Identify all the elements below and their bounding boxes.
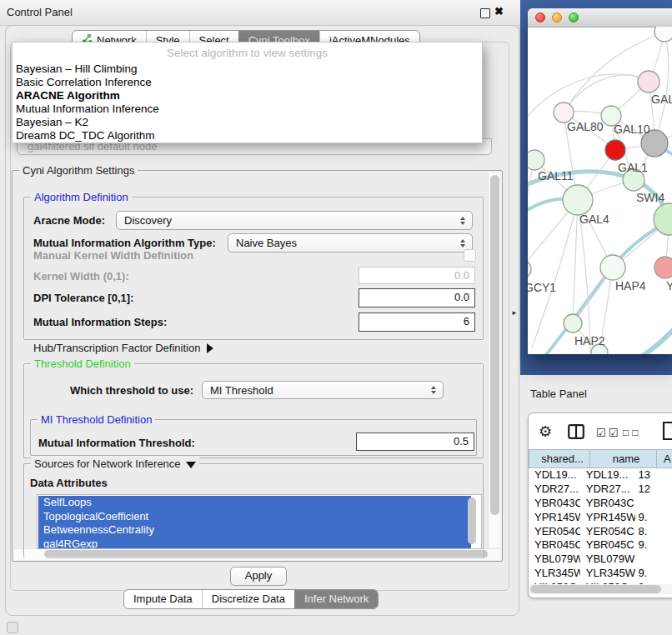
mi-threshold-field[interactable]: 0.5 bbox=[356, 432, 474, 451]
algorithm-menu-items: Bayesian – Hill ClimbingBasic Correlatio… bbox=[13, 62, 482, 142]
columns-icon[interactable] bbox=[568, 424, 584, 442]
table-cell bbox=[635, 497, 672, 511]
algorithm-definition-title: Algorithm Definition bbox=[31, 191, 132, 203]
algorithm-menu-item[interactable]: Mutual Information Inference bbox=[13, 102, 482, 116]
network-node[interactable] bbox=[654, 27, 672, 42]
threshold-definition-title: Threshold Definition bbox=[31, 358, 134, 370]
table-cell: 13 bbox=[635, 468, 672, 482]
network-node[interactable] bbox=[528, 150, 544, 170]
mi-steps-field[interactable]: 6 bbox=[359, 312, 475, 332]
manual-kernel-width-checkbox[interactable] bbox=[464, 249, 476, 262]
table-row[interactable]: YER054CYER054C8. bbox=[529, 525, 672, 539]
table-cell: YPR145W bbox=[580, 511, 636, 525]
network-view-window[interactable]: GALGAL80GAL10GAL1GAL11SWI4GAL4HAP4YGCY1H… bbox=[528, 8, 672, 354]
minimize-traffic-light-icon[interactable] bbox=[552, 12, 562, 22]
table-panel-window[interactable]: ⚙ ☑☑ □□ shared...nameA YDL19...YDL19...1… bbox=[528, 412, 672, 598]
zoom-traffic-light-icon[interactable] bbox=[569, 12, 579, 22]
tab-impute-data[interactable]: Impute Data bbox=[124, 590, 202, 608]
table-row[interactable]: YPR145WYPR145W9. bbox=[529, 511, 672, 525]
collapse-down-icon[interactable] bbox=[186, 462, 196, 468]
table-header-row[interactable]: shared...nameA bbox=[529, 449, 672, 468]
table-cell bbox=[635, 552, 672, 567]
table-header-cell[interactable]: shared... bbox=[529, 449, 590, 468]
table-header-cell[interactable]: name bbox=[590, 449, 657, 468]
hub-definition-section[interactable]: Hub/Transcription Factor Definition bbox=[33, 342, 213, 354]
aracne-mode-select[interactable]: Discovery bbox=[116, 211, 473, 230]
table-row[interactable]: YDR27...YDR27...12 bbox=[529, 482, 672, 497]
which-threshold-select[interactable]: MI Threshold bbox=[202, 381, 444, 399]
apply-button[interactable]: Apply bbox=[230, 567, 287, 586]
table-row[interactable]: YLR345WYLR345W9. bbox=[529, 567, 672, 581]
dpi-tolerance-field[interactable]: 0.0 bbox=[359, 288, 475, 308]
algorithm-menu-item[interactable]: Basic Correlation Inference bbox=[13, 76, 482, 89]
mi-algorithm-type-select[interactable]: Naive Bayes bbox=[228, 233, 473, 252]
settings-vertical-scrollbar[interactable] bbox=[488, 172, 500, 548]
attribute-list-item[interactable]: gal4RGexp bbox=[38, 538, 471, 550]
network-node-label: Y bbox=[666, 279, 672, 292]
table-cell: 8. bbox=[635, 525, 672, 539]
algorithm-dropdown-menu[interactable]: Select algorithm to view settings Bayesi… bbox=[12, 42, 483, 143]
algorithm-menu-item[interactable]: ARACNE Algorithm bbox=[13, 89, 482, 102]
float-window-button[interactable] bbox=[480, 8, 490, 18]
network-canvas[interactable]: GALGAL80GAL10GAL1GAL11SWI4GAL4HAP4YGCY1H… bbox=[528, 27, 672, 354]
network-node-label: GAL11 bbox=[538, 169, 574, 182]
document-icon[interactable] bbox=[662, 421, 672, 444]
gear-icon[interactable]: ⚙ bbox=[539, 422, 552, 441]
close-panel-button[interactable]: ✖ bbox=[494, 5, 504, 18]
tab-discretize-data[interactable]: Discretize Data bbox=[202, 590, 294, 608]
mi-steps-label: Mutual Information Steps: bbox=[33, 316, 167, 328]
which-threshold-value: MI Threshold bbox=[203, 384, 427, 397]
mi-threshold-label: Mutual Information Threshold: bbox=[38, 437, 195, 449]
attributes-scrollbar-thumb[interactable] bbox=[468, 498, 476, 544]
select-all-checkboxes-icon[interactable]: ☑☑ bbox=[596, 427, 620, 439]
network-node[interactable] bbox=[528, 259, 531, 279]
table-cell: YLR345W bbox=[580, 567, 636, 581]
combo-stepper-icon bbox=[427, 386, 443, 394]
kernel-width-label: Kernel Width (0,1): bbox=[33, 270, 129, 282]
close-traffic-light-icon[interactable] bbox=[535, 12, 545, 22]
tab-impute-data-label: Impute Data bbox=[133, 592, 193, 605]
table-row[interactable]: YBR045CYBR045C9. bbox=[529, 538, 672, 552]
table-body[interactable]: YDL19...YDL19...13YDR27...YDR27...12YBR0… bbox=[529, 468, 672, 587]
algorithm-menu-item[interactable]: Bayesian – K2 bbox=[13, 116, 482, 129]
network-node-label: GAL bbox=[651, 92, 672, 106]
sources-group-title[interactable]: Sources for Network Inference bbox=[31, 458, 199, 470]
network-node[interactable] bbox=[605, 140, 625, 160]
algorithm-menu-item[interactable]: Bayesian – Hill Climbing bbox=[13, 62, 482, 76]
table-scrollbar-thumb[interactable] bbox=[530, 585, 661, 593]
table-cell: 9. bbox=[635, 567, 672, 581]
data-attributes-label: Data Attributes bbox=[30, 477, 108, 489]
attribute-list-item[interactable]: BetweennessCentrality bbox=[38, 523, 471, 538]
collapsed-panel-icon[interactable] bbox=[7, 622, 18, 633]
network-window-titlebar[interactable] bbox=[528, 8, 672, 28]
network-node-label: SWI4 bbox=[636, 191, 664, 204]
tab-infer-network[interactable]: Infer Network bbox=[294, 590, 378, 608]
kernel-width-field[interactable]: 0.0 bbox=[359, 267, 475, 284]
network-node[interactable] bbox=[654, 257, 672, 278]
table-horizontal-scrollbar[interactable] bbox=[529, 584, 672, 594]
network-node[interactable] bbox=[600, 255, 625, 280]
table-cell: YER054C bbox=[580, 525, 636, 539]
collapse-right-icon[interactable] bbox=[207, 343, 213, 353]
deselect-all-checkboxes-icon[interactable]: □□ bbox=[623, 427, 642, 438]
attribute-list-item[interactable]: SelfLoops bbox=[38, 496, 471, 510]
table-row[interactable]: YDL19...YDL19...13 bbox=[529, 468, 672, 482]
tab-discretize-data-label: Discretize Data bbox=[212, 592, 285, 605]
table-cell: YDL19... bbox=[529, 468, 580, 482]
settings-vscrollbar-thumb[interactable] bbox=[490, 175, 499, 515]
control-panel-titlebar[interactable]: Control Panel ✖ bbox=[0, 0, 520, 26]
attribute-list-item[interactable]: TopologicalCoefficient bbox=[38, 510, 471, 524]
hub-definition-label: Hub/Transcription Factor Definition bbox=[33, 342, 200, 354]
table-cell: YPR145W bbox=[529, 511, 580, 525]
table-row[interactable]: YBR043CYBR043C bbox=[529, 497, 672, 511]
table-header-cell[interactable]: A bbox=[657, 449, 672, 468]
algorithm-menu-item[interactable]: Dream8 DC_TDC Algorithm bbox=[13, 129, 482, 142]
network-node[interactable] bbox=[563, 185, 593, 215]
network-node[interactable] bbox=[638, 71, 659, 92]
data-attributes-list[interactable]: SelfLoopsTopologicalCoefficientBetweenne… bbox=[37, 494, 482, 549]
which-threshold-label: Which threshold to use: bbox=[70, 384, 193, 397]
attributes-selection: SelfLoopsTopologicalCoefficientBetweenne… bbox=[38, 496, 471, 549]
mi-threshold-definition-title: MI Threshold Definition bbox=[38, 413, 155, 426]
table-row[interactable]: YBL079WYBL079W bbox=[529, 552, 672, 567]
network-node[interactable] bbox=[564, 314, 582, 332]
